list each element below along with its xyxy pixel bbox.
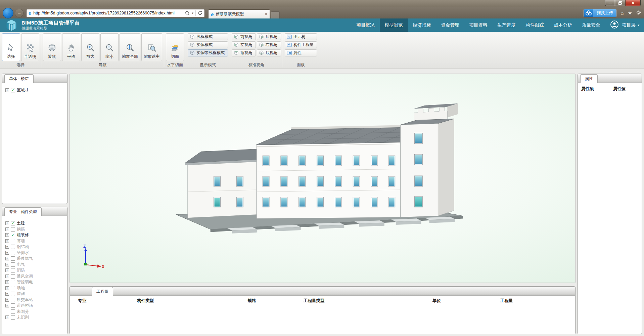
checkbox[interactable] bbox=[11, 256, 15, 261]
home-icon[interactable]: ⌂ bbox=[620, 10, 624, 16]
tree-item[interactable]: +场地 bbox=[5, 285, 65, 291]
user-avatar-icon[interactable] bbox=[610, 20, 619, 30]
expand-plus-icon[interactable]: + bbox=[5, 292, 9, 296]
drag-upload-button[interactable]: 拖拽上传 bbox=[584, 9, 616, 17]
tree-item[interactable]: +道路桥涵 bbox=[5, 303, 65, 309]
nav-item-6[interactable]: 构件跟踪 bbox=[521, 18, 549, 32]
solid-wireframe-mode-button[interactable]: 实体带线框模式 bbox=[188, 49, 228, 56]
expand-plus-icon[interactable]: + bbox=[5, 227, 9, 231]
expand-plus-icon[interactable]: + bbox=[5, 88, 9, 92]
checkbox[interactable] bbox=[11, 274, 15, 279]
zoom-selected-button[interactable]: 缩放选中 bbox=[141, 33, 162, 61]
tree-item[interactable]: +幕墙 bbox=[5, 238, 65, 244]
front-view-button[interactable]: 前视角 bbox=[232, 33, 256, 40]
section-plane-button[interactable]: 切面 bbox=[166, 33, 184, 61]
url-text[interactable]: http://bim5d.glodon.com/api/v1/projects/… bbox=[33, 11, 183, 15]
new-tab-button[interactable] bbox=[271, 11, 280, 18]
element-tree-panel-button[interactable]: 图元树 bbox=[285, 33, 317, 40]
bottom-view-button[interactable]: 底视角 bbox=[257, 49, 281, 56]
browser-tab[interactable]: e 傅珊珊演示模型 × bbox=[208, 9, 270, 18]
pan-button[interactable]: 平移 bbox=[62, 33, 80, 61]
right-view-button[interactable]: 右视角 bbox=[257, 41, 281, 48]
browser-back-button[interactable]: ← bbox=[3, 8, 13, 18]
tab-close-icon[interactable]: × bbox=[265, 12, 267, 16]
tree-item[interactable]: +消防 bbox=[5, 267, 65, 274]
tree-item[interactable]: +措施 bbox=[5, 291, 65, 297]
translucent-button[interactable]: 半透明 bbox=[21, 33, 39, 61]
checkbox[interactable]: ✓ bbox=[11, 233, 15, 237]
tab-properties[interactable]: 属性 bbox=[580, 74, 598, 83]
refresh-icon[interactable] bbox=[198, 11, 202, 15]
expand-plus-icon[interactable]: + bbox=[5, 298, 9, 302]
expand-plus-icon[interactable]: + bbox=[5, 275, 9, 278]
expand-plus-icon[interactable]: + bbox=[5, 304, 9, 307]
top-view-button[interactable]: 顶视角 bbox=[232, 49, 256, 56]
window-close-button[interactable]: × bbox=[625, 0, 641, 6]
zoom-all-button[interactable]: 缩放全部 bbox=[120, 33, 140, 61]
tab-units-floors[interactable]: 单体 - 楼层 bbox=[4, 74, 34, 83]
tree-item[interactable]: +电气 bbox=[5, 262, 65, 268]
url-dropdown-caret-icon[interactable]: ▾ bbox=[192, 11, 193, 15]
expand-plus-icon[interactable]: + bbox=[5, 245, 9, 249]
checkbox[interactable] bbox=[11, 239, 15, 243]
model-viewport[interactable]: Z X bbox=[70, 74, 576, 283]
nav-item-8[interactable]: 质量安全 bbox=[577, 18, 605, 32]
zoom-out-button[interactable]: 缩小 bbox=[100, 33, 119, 61]
nav-item-1[interactable]: 模型浏览 bbox=[380, 18, 408, 32]
left-view-button[interactable]: 左视角 bbox=[232, 41, 256, 48]
building-model[interactable] bbox=[70, 74, 575, 283]
tab-discipline-types[interactable]: 专业 - 构件类型 bbox=[4, 207, 42, 216]
checkbox[interactable] bbox=[11, 315, 15, 320]
expand-plus-icon[interactable]: + bbox=[5, 251, 9, 255]
expand-plus-icon[interactable]: + bbox=[5, 221, 9, 225]
window-minimize-button[interactable]: — bbox=[605, 0, 615, 6]
expand-plus-icon[interactable]: + bbox=[5, 268, 9, 272]
favorites-star-icon[interactable]: ★ bbox=[628, 10, 632, 16]
nav-item-4[interactable]: 项目资料 bbox=[464, 18, 493, 32]
nav-item-3[interactable]: 资金管理 bbox=[436, 18, 464, 32]
nav-item-0[interactable]: 项目概况 bbox=[352, 18, 380, 32]
nav-item-7[interactable]: 成本分析 bbox=[549, 18, 577, 32]
checkbox[interactable]: ✓ bbox=[11, 88, 15, 92]
checkbox[interactable] bbox=[11, 286, 15, 290]
properties-panel-button[interactable]: 属性 bbox=[285, 49, 317, 56]
checkbox[interactable]: ✓ bbox=[11, 221, 15, 225]
url-bar[interactable]: e http://bim5d.glodon.com/api/v1/project… bbox=[26, 9, 205, 17]
settings-gear-icon[interactable] bbox=[636, 10, 641, 16]
wireframe-mode-button[interactable]: 线框模式 bbox=[188, 33, 228, 40]
checkbox[interactable] bbox=[11, 280, 15, 284]
component-quantity-panel-button[interactable]: 构件工程量 bbox=[285, 41, 317, 48]
browser-forward-button[interactable]: → bbox=[15, 9, 24, 17]
solid-mode-button[interactable]: 实体模式 bbox=[188, 41, 228, 48]
zoom-in-button[interactable]: 放大 bbox=[81, 33, 99, 61]
window-maximize-button[interactable] bbox=[615, 0, 625, 6]
nav-item-5[interactable]: 生产进度 bbox=[493, 18, 521, 32]
tree-item[interactable]: +✓粗装修 bbox=[5, 232, 65, 238]
tree-item[interactable]: +✓土建 bbox=[5, 220, 65, 226]
nav-item-2[interactable]: 经济指标 bbox=[408, 18, 436, 32]
tab-quantity[interactable]: 工程量 bbox=[92, 287, 113, 296]
tree-item[interactable]: +钢结构 bbox=[5, 244, 65, 250]
expand-plus-icon[interactable]: + bbox=[5, 233, 9, 237]
checkbox[interactable] bbox=[11, 292, 15, 296]
checkbox[interactable] bbox=[11, 268, 15, 272]
tree-item[interactable]: +轨交车站 bbox=[5, 297, 65, 303]
search-icon[interactable] bbox=[185, 11, 190, 15]
tree-item[interactable]: +智控弱电 bbox=[5, 279, 65, 285]
checkbox[interactable] bbox=[11, 251, 15, 255]
tree-item[interactable]: +未识别 bbox=[5, 314, 65, 321]
tree-item[interactable]: +钢筋 bbox=[5, 226, 65, 233]
tree-item[interactable]: +✓区域-1 bbox=[5, 87, 65, 93]
checkbox[interactable] bbox=[11, 245, 15, 249]
tree-item[interactable]: +采暖燃气 bbox=[5, 256, 65, 262]
expand-plus-icon[interactable]: + bbox=[5, 286, 9, 290]
back-view-button[interactable]: 后视角 bbox=[257, 33, 281, 40]
checkbox[interactable] bbox=[11, 303, 15, 308]
tree-item[interactable]: 未划分 bbox=[5, 309, 65, 315]
expand-plus-icon[interactable]: + bbox=[5, 263, 9, 266]
rotate-button[interactable]: 旋转 bbox=[43, 33, 61, 61]
checkbox[interactable] bbox=[11, 309, 15, 314]
project-layer-menu[interactable]: 项目层 ▼ bbox=[622, 22, 640, 28]
expand-plus-icon[interactable]: + bbox=[5, 239, 9, 243]
checkbox[interactable] bbox=[11, 298, 15, 302]
